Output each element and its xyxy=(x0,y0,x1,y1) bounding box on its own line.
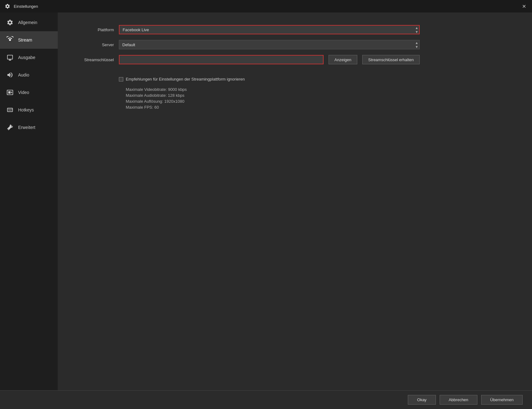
sidebar-item-ausgabe[interactable]: Ausgabe xyxy=(0,49,58,66)
sidebar-item-label: Video xyxy=(18,90,29,95)
monitor-icon xyxy=(6,54,14,61)
sidebar-item-stream[interactable]: Stream xyxy=(0,31,58,49)
plattform-dropdown-wrapper: Facebook Live ▲ ▼ xyxy=(119,25,420,34)
sidebar-item-label: Erweitert xyxy=(18,125,35,130)
video-icon xyxy=(6,89,14,96)
form-area: Plattform Facebook Live ▲ ▼ Server xyxy=(76,25,420,64)
info-line-2: Maximale Auflösung: 1920x1080 xyxy=(126,99,513,104)
content-area: Allgemein Stream xyxy=(0,12,532,390)
svg-rect-6 xyxy=(8,110,9,111)
server-dropdown-wrapper: Default ▲ ▼ xyxy=(119,40,420,49)
sidebar-item-audio[interactable]: Audio xyxy=(0,66,58,84)
settings-window: Einstellungen ✕ Allgemein xyxy=(0,0,532,409)
server-label: Server xyxy=(76,42,114,47)
svg-marker-2 xyxy=(11,91,12,93)
info-lines: Maximale Videobitrate: 9000 kbps Maximal… xyxy=(119,87,513,110)
sidebar-item-label: Audio xyxy=(18,72,29,77)
info-line-1: Maximale Audiobitrate: 128 kbps xyxy=(126,93,513,98)
uebernehmen-button[interactable]: Übernehmen xyxy=(481,395,523,405)
audio-icon xyxy=(6,71,14,79)
window-title: Einstellungen xyxy=(14,4,38,9)
okay-button[interactable]: Okay xyxy=(408,395,436,405)
info-line-0: Maximale Videobitrate: 9000 kbps xyxy=(126,87,513,92)
main-panel: Plattform Facebook Live ▲ ▼ Server xyxy=(58,12,532,390)
recommendations-section: Empfehlungen für Einstellungen der Strea… xyxy=(119,77,513,110)
checkbox-label: Empfehlungen für Einstellungen der Strea… xyxy=(126,77,245,81)
sidebar-item-allgemein[interactable]: Allgemein xyxy=(0,14,58,31)
abbrechen-button[interactable]: Abbrechen xyxy=(440,395,477,405)
wrench-icon xyxy=(6,124,14,131)
svg-rect-5 xyxy=(11,109,11,110)
checkbox-row: Empfehlungen für Einstellungen der Strea… xyxy=(119,77,513,81)
title-gear-icon xyxy=(4,2,11,10)
gear-icon xyxy=(6,19,14,26)
svg-point-0 xyxy=(9,39,11,41)
sidebar: Allgemein Stream xyxy=(0,12,58,390)
svg-rect-9 xyxy=(12,109,12,110)
svg-rect-4 xyxy=(9,109,10,110)
keyboard-icon xyxy=(6,106,14,114)
svg-rect-3 xyxy=(8,109,9,110)
info-line-3: Maximale FPS: 60 xyxy=(126,105,513,110)
sidebar-item-erweitert[interactable]: Erweitert xyxy=(0,119,58,136)
anzeigen-button[interactable]: Anzeigen xyxy=(329,55,357,64)
plattform-dropdown[interactable]: Facebook Live xyxy=(119,25,420,34)
title-bar: Einstellungen ✕ xyxy=(0,0,532,12)
sidebar-item-label: Allgemein xyxy=(18,20,37,25)
sidebar-item-label: Stream xyxy=(18,37,32,42)
sidebar-item-label: Ausgabe xyxy=(18,55,35,60)
ignore-recommendations-checkbox[interactable] xyxy=(119,77,123,81)
plattform-row: Plattform Facebook Live ▲ ▼ xyxy=(76,25,420,34)
streamkey-label: Streamschlüssel xyxy=(76,57,114,62)
stream-icon xyxy=(6,36,14,44)
close-button[interactable]: ✕ xyxy=(520,2,528,11)
streamkey-row: Streamschlüssel Anzeigen Streamschlüssel… xyxy=(76,55,420,64)
svg-rect-7 xyxy=(9,110,11,111)
sidebar-item-label: Hotkeys xyxy=(18,107,34,112)
sidebar-item-video[interactable]: Video xyxy=(0,84,58,101)
server-row: Server Default ▲ ▼ xyxy=(76,40,420,49)
bottom-bar: Okay Abbrechen Übernehmen xyxy=(0,390,532,409)
streamkey-erhalten-button[interactable]: Streamschlüssel erhalten xyxy=(362,55,420,64)
streamkey-input[interactable] xyxy=(119,55,324,64)
plattform-label: Plattform xyxy=(76,27,114,32)
sidebar-item-hotkeys[interactable]: Hotkeys xyxy=(0,101,58,119)
server-dropdown[interactable]: Default xyxy=(119,40,420,49)
title-bar-left: Einstellungen xyxy=(4,2,38,10)
svg-rect-8 xyxy=(11,110,12,111)
svg-rect-1 xyxy=(8,91,11,93)
